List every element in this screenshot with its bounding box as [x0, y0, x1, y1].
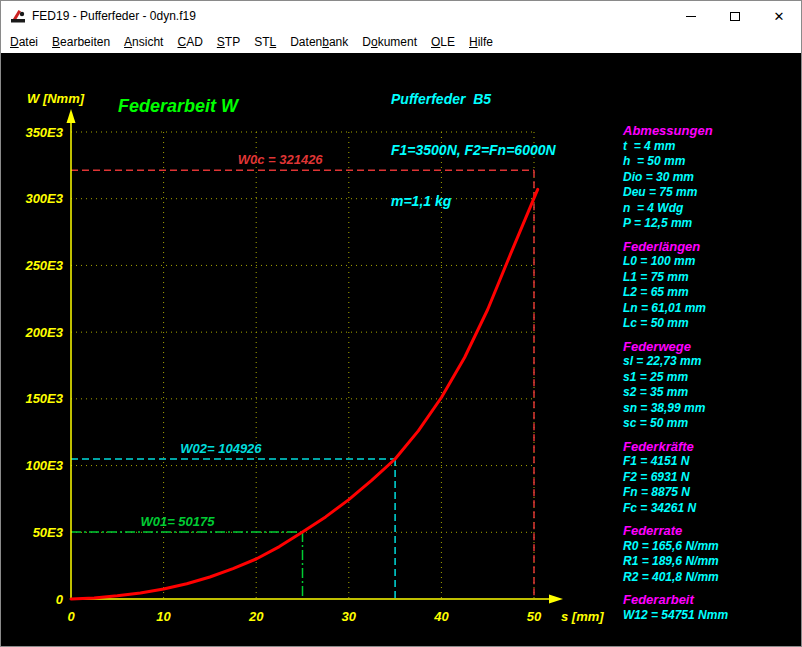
- menu-item-ole[interactable]: OLE: [424, 33, 462, 51]
- results-panel: Abmessungent = 4 mmh = 50 mmDio = 30 mmD…: [623, 123, 728, 630]
- results-item: n = 4 Wdg: [623, 201, 728, 217]
- x-tick-label: 40: [433, 609, 449, 624]
- results-item: R1 = 189,6 N/mm: [623, 554, 728, 570]
- results-group-title: Federwege: [623, 339, 728, 355]
- y-tick-label: 100E3: [25, 458, 63, 473]
- results-item: sl = 22,73 mm: [623, 354, 728, 370]
- x-axis-label: s [mm]: [561, 609, 604, 624]
- results-item: sn = 38,99 mm: [623, 401, 728, 417]
- y-axis-arrow-icon: [67, 109, 76, 123]
- chart-header-line: F1=3500N, F2=Fn=6000N: [391, 142, 556, 159]
- title-bar: FED19 - Pufferfeder - 0dyn.f19 ✕: [1, 1, 801, 31]
- results-group-title: Federarbeit: [623, 592, 728, 608]
- results-item: Lc = 50 mm: [623, 316, 728, 332]
- results-item: Ln = 61,01 mm: [623, 301, 728, 317]
- chart-header-line: Pufferfeder B5: [391, 91, 556, 108]
- results-item: R0 = 165,6 N/mm: [623, 539, 728, 555]
- minimize-button[interactable]: [669, 1, 713, 31]
- minimize-icon: [686, 16, 696, 17]
- y-tick-label: 50E3: [33, 525, 64, 540]
- app-window: FED19 - Pufferfeder - 0dyn.f19 ✕ DateiBe…: [0, 0, 802, 647]
- maximize-button[interactable]: [713, 1, 757, 31]
- results-item: Fn = 8875 N: [623, 485, 728, 501]
- chart-header-line: m=1,1 kg: [391, 193, 556, 210]
- results-item: R2 = 401,8 N/mm: [623, 570, 728, 586]
- menu-item-cad[interactable]: CAD: [170, 33, 209, 51]
- results-item: Dio = 30 mm: [623, 170, 728, 186]
- x-tick-label: 0: [67, 609, 75, 624]
- results-group: Abmessungent = 4 mmh = 50 mmDio = 30 mmD…: [623, 123, 728, 232]
- maximize-icon: [730, 12, 740, 21]
- results-group-title: Federkräfte: [623, 439, 728, 455]
- results-group-title: Abmessungen: [623, 123, 728, 139]
- annotation-label: W02= 104926: [180, 441, 262, 456]
- results-item: P = 12,5 mm: [623, 216, 728, 232]
- y-axis-label: W [Nmm]: [27, 91, 85, 106]
- app-icon: [10, 8, 26, 24]
- menu-bar: DateiBearbeitenAnsichtCADSTPSTLDatenbank…: [1, 31, 801, 53]
- results-group: FederkräfteF1 = 4151 NF2 = 6931 NFn = 88…: [623, 439, 728, 517]
- x-tick-label: 20: [248, 609, 264, 624]
- results-item: s2 = 35 mm: [623, 385, 728, 401]
- menu-item-datei[interactable]: Datei: [3, 33, 45, 51]
- results-item: F2 = 6931 N: [623, 470, 728, 486]
- results-item: L2 = 65 mm: [623, 285, 728, 301]
- results-group-title: Federrate: [623, 523, 728, 539]
- annotation-label: W01= 50175: [140, 514, 215, 529]
- results-item: L1 = 75 mm: [623, 270, 728, 286]
- chart-header: Pufferfeder B5 F1=3500N, F2=Fn=6000N m=1…: [391, 57, 556, 244]
- menu-item-stl[interactable]: STL: [247, 33, 283, 51]
- results-item: s1 = 25 mm: [623, 370, 728, 386]
- x-tick-label: 50: [527, 609, 542, 624]
- results-item: Fc = 34261 N: [623, 501, 728, 517]
- y-tick-label: 200E3: [24, 325, 63, 340]
- results-item: F1 = 4151 N: [623, 454, 728, 470]
- y-tick-label: 350E3: [25, 125, 63, 140]
- y-tick-label: 300E3: [25, 191, 63, 206]
- results-group-title: Federlängen: [623, 239, 728, 255]
- menu-item-stp[interactable]: STP: [210, 33, 247, 51]
- x-tick-label: 10: [156, 609, 171, 624]
- y-tick-label: 0: [56, 592, 64, 607]
- close-button[interactable]: ✕: [757, 1, 801, 31]
- close-icon: ✕: [774, 9, 785, 24]
- results-item: L0 = 100 mm: [623, 254, 728, 270]
- x-tick-label: 30: [342, 609, 357, 624]
- y-tick-label: 250E3: [24, 258, 63, 273]
- menu-item-hilfe[interactable]: Hilfe: [462, 33, 500, 51]
- menu-item-bearbeiten[interactable]: Bearbeiten: [45, 33, 117, 51]
- results-group: Federwegesl = 22,73 mms1 = 25 mms2 = 35 …: [623, 339, 728, 432]
- results-group: FederrateR0 = 165,6 N/mmR1 = 189,6 N/mmR…: [623, 523, 728, 585]
- menu-item-dokument[interactable]: Dokument: [355, 33, 424, 51]
- results-group: FederlängenL0 = 100 mmL1 = 75 mmL2 = 65 …: [623, 239, 728, 332]
- results-item: Deu = 75 mm: [623, 185, 728, 201]
- menu-item-datenbank[interactable]: Datenbank: [283, 33, 355, 51]
- y-tick-label: 150E3: [25, 391, 63, 406]
- results-item: sc = 50 mm: [623, 416, 728, 432]
- results-item: h = 50 mm: [623, 154, 728, 170]
- menu-item-ansicht[interactable]: Ansicht: [117, 33, 170, 51]
- results-item: W12 = 54751 Nmm: [623, 608, 728, 624]
- chart-title: Federarbeit W: [118, 96, 238, 117]
- window-title: FED19 - Pufferfeder - 0dyn.f19: [32, 9, 196, 23]
- annotation-label: W0c = 321426: [238, 152, 324, 167]
- window-controls: ✕: [669, 1, 801, 31]
- results-item: t = 4 mm: [623, 139, 728, 155]
- plot-canvas: W0c = 321426W02= 104926W01= 50175050E310…: [1, 53, 801, 646]
- x-axis-arrow-icon: [549, 595, 563, 604]
- work-curve: [71, 189, 538, 599]
- results-group: FederarbeitW12 = 54751 Nmm: [623, 592, 728, 623]
